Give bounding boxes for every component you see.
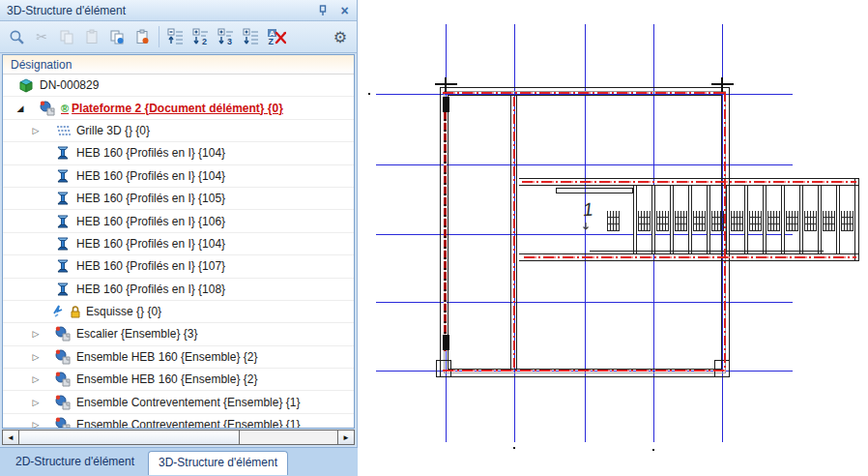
joist-beam [633, 186, 637, 253]
remove-sort-icon[interactable]: AZ [265, 24, 288, 49]
tree-item-label: HEB 160 {Profilés en I} {107} [76, 259, 225, 273]
expander-expanded-icon[interactable]: ◢ [14, 104, 26, 113]
expander-collapsed-icon[interactable]: ▷ [30, 352, 42, 362]
tree-item-label: Ensemble HEB 160 {Ensemble} {2} [76, 372, 257, 386]
cad-viewport[interactable]: 1 [358, 0, 868, 476]
tab-3d-structure[interactable]: 3D-Structure d'élément [148, 451, 288, 475]
cut-icon[interactable]: ✂ [30, 24, 53, 49]
tree-item-label: DN-000829 [40, 78, 99, 92]
structure-mark [368, 93, 370, 95]
annotation-arrow-icon [581, 219, 591, 236]
expander-collapsed-icon[interactable]: ▷ [30, 374, 42, 384]
expander-collapsed-icon[interactable]: ▷ [30, 398, 42, 407]
tree-item-label: HEB 160 {Profilés en I} {108} [76, 283, 225, 296]
ibeam-icon [55, 214, 71, 229]
tree-item[interactable]: HEB 160 {Profilés en I} {107} [3, 255, 354, 278]
joist-beam [781, 186, 785, 253]
joist-beam [818, 186, 822, 253]
copy-structure-icon[interactable] [105, 24, 129, 49]
grating-hatch [786, 211, 798, 231]
joist-beam [744, 186, 748, 253]
joist-beam [670, 186, 674, 253]
grid-icon [55, 123, 71, 138]
tree-item[interactable]: ▷Grille 3D {} {0} [3, 120, 354, 142]
annotation-label: 1 [582, 199, 593, 222]
tree-item-label: ®Plateforme 2 {Document délément} {0} [61, 102, 283, 115]
box-icon [18, 77, 34, 93]
bottom-tab-bar: 2D-Structure d'élément 3D-Structure d'él… [0, 447, 358, 476]
expand-all-icon[interactable] [240, 24, 263, 49]
tree-item[interactable]: ▷Ensemble HEB 160 {Ensemble} {2} [3, 346, 354, 369]
edge-line [590, 251, 824, 252]
tree-item[interactable]: ▷Escalier {Ensemble} {3} [3, 323, 354, 345]
joist-beam [651, 186, 655, 253]
close-icon[interactable]: × [336, 2, 353, 18]
joist-beam [799, 186, 803, 253]
joist-beam [836, 186, 840, 253]
tree-item[interactable]: HEB 160 {Profilés en I} {106} [3, 210, 354, 232]
tree-item[interactable]: HEB 160 {Profilés en I} {104} [3, 233, 354, 255]
tree-item-label: Grille 3D {} {0} [76, 124, 150, 137]
grating-hatch [749, 211, 762, 231]
tree-item[interactable]: HEB 160 {Profilés en I} {105} [3, 188, 354, 210]
paste-icon[interactable] [80, 24, 103, 49]
expand-level-3-icon[interactable]: 3 [215, 24, 238, 49]
centerline-red-vertical [724, 92, 726, 371]
tree-item[interactable]: ▷Ensemble Contreventement {Ensemble} {1} [3, 414, 354, 429]
structure-mark [445, 77, 447, 92]
tree-item-label: Ensemble HEB 160 {Ensemble} {2} [76, 350, 257, 364]
assembly-icon [55, 349, 71, 365]
tab-2d-structure[interactable]: 2D-Structure d'élément [6, 451, 144, 474]
panel-title-bar: 3D-Structure d'élément × [0, 0, 357, 21]
panel-title: 3D-Structure d'élément [0, 4, 126, 17]
centerline-red-vertical [513, 97, 515, 368]
expander-collapsed-icon[interactable]: ▷ [30, 126, 42, 135]
horizontal-scrollbar[interactable]: ◄ ► [2, 430, 355, 445]
settings-gear-icon[interactable]: ⚙ [329, 24, 352, 49]
tree-column-header-label: Désignation [11, 58, 72, 72]
scroll-left-icon[interactable]: ◄ [3, 431, 19, 444]
structure-tree-panel: 3D-Structure d'élément × ✂ [0, 0, 358, 476]
structure-mark [721, 77, 723, 92]
expander-collapsed-icon[interactable]: ▷ [30, 329, 42, 339]
tree-item[interactable]: ◢®Plateforme 2 {Document délément} {0} [3, 97, 354, 119]
copy-icon[interactable] [55, 24, 78, 49]
ibeam-icon [55, 145, 71, 161]
expander-collapsed-icon[interactable]: ▷ [30, 420, 42, 429]
scrollbar-thumb[interactable] [19, 431, 240, 444]
collapse-all-icon[interactable] [164, 24, 188, 49]
structure-mark [652, 449, 654, 451]
assembly-icon [55, 395, 71, 410]
expand-level-2-icon[interactable]: 2 [189, 24, 213, 49]
assembly-icon [55, 417, 71, 429]
tree-column-header[interactable]: Désignation [3, 55, 354, 74]
search-icon[interactable] [5, 24, 28, 49]
assembly-icon [55, 372, 71, 387]
tree-item-label: HEB 160 {Profilés en I} {104} [76, 237, 225, 251]
ibeam-icon [55, 191, 71, 206]
grating-hatch [804, 211, 817, 231]
tree-item[interactable]: DN-000829 [3, 74, 354, 97]
centerline-red [443, 370, 727, 372]
centerline-red [524, 256, 856, 258]
tree-item[interactable]: HEB 160 {Profilés en I} {104} [3, 165, 354, 188]
grating-hatch [841, 211, 854, 231]
panel-toolbar: ✂ 2 3 [0, 21, 357, 53]
scroll-right-icon[interactable]: ► [337, 431, 354, 444]
tree-item[interactable]: HEB 160 {Profilés en I} {104} [3, 142, 354, 164]
grating-hatch [675, 211, 687, 231]
grating-hatch [607, 211, 620, 231]
tree-item[interactable]: ▷Ensemble Contreventement {Ensemble} {1} [3, 391, 354, 413]
tree-item[interactable]: ▷Ensemble HEB 160 {Ensemble} {2} [3, 369, 354, 391]
structure-mark [513, 447, 515, 449]
centerline-red [443, 92, 727, 94]
tree-item-label: HEB 160 {Profilés en I} {104} [76, 146, 225, 160]
grating-hatch [731, 211, 743, 231]
pin-icon[interactable] [314, 2, 331, 18]
tree-item[interactable]: HEB 160 {Profilés en I} {108} [3, 279, 354, 301]
structure-outline [436, 360, 451, 377]
tree-item[interactable]: Esquisse {} {0} [3, 301, 354, 323]
paste-structure-icon[interactable] [130, 24, 154, 49]
tree-item-label: Ensemble Contreventement {Ensemble} {1} [76, 418, 300, 429]
tree-item-label: Escalier {Ensemble} {3} [76, 327, 197, 341]
